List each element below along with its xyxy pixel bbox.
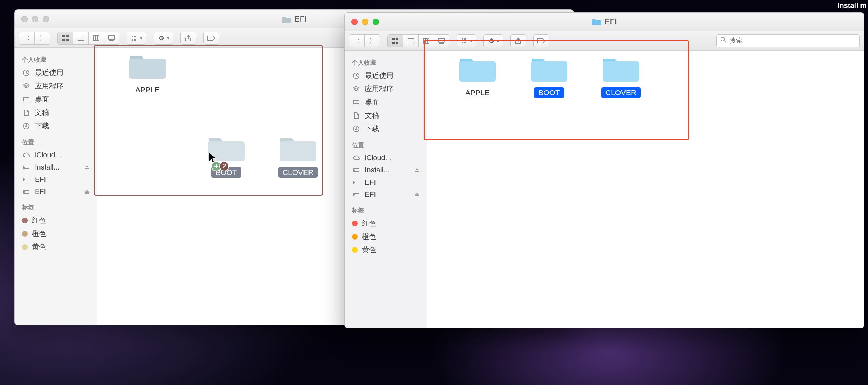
sidebar-item-label: 最近使用 [365,71,393,80]
minimize-button[interactable] [362,19,368,25]
group-by-button[interactable]: ▾ [457,34,476,47]
close-button[interactable] [351,19,358,25]
sidebar-item[interactable]: 下载 [15,119,97,133]
folder-apple[interactable]: APPLE [449,54,506,98]
svg-rect-20 [23,97,29,101]
download-icon [22,122,30,130]
sidebar-item-label: 下载 [35,121,49,131]
forward-button[interactable]: 〉 [35,32,50,45]
sidebar-item[interactable]: EFI [345,176,427,188]
drive-icon [352,166,360,174]
tag-color-dot [22,231,28,237]
icon-view-button[interactable] [57,32,73,45]
folder-boot-drag[interactable]: BOOT [198,134,255,178]
eject-icon[interactable]: ⏏ [84,164,90,171]
chevron-down-icon: ▾ [140,35,142,41]
svg-rect-48 [462,42,463,43]
sidebar-item[interactable]: EFI⏏ [15,185,97,198]
sidebar-item[interactable]: 文稿 [15,106,97,119]
sidebar-item[interactable]: 文稿 [345,109,427,122]
tags-button[interactable] [203,32,219,45]
back-button[interactable]: 〈 [19,32,35,45]
folder-clover-drag[interactable]: CLOVER [269,134,327,178]
sidebar-item[interactable]: EFI [15,173,97,185]
sidebar-item[interactable]: 红色 [345,217,427,230]
chevron-right-icon: 〉 [38,34,46,42]
folder-apple[interactable]: APPLE [119,51,176,95]
share-button[interactable] [510,34,526,47]
titlebar[interactable]: EFI [345,13,864,31]
search-input[interactable] [730,37,856,45]
gallery-view-button[interactable] [104,32,119,45]
doc-icon [22,108,30,117]
sidebar-item[interactable]: 下载 [345,122,427,135]
sidebar-item[interactable]: 黄色 [15,240,97,254]
sidebar-item-label: 桌面 [365,97,379,107]
folder-label: APPLE [461,87,494,98]
download-icon [352,125,360,133]
svg-line-52 [724,41,726,42]
sidebar-item[interactable]: 桌面 [15,93,97,106]
zoom-button[interactable] [373,19,379,25]
sidebar-item[interactable]: 应用程序 [15,79,97,93]
finder-window-active[interactable]: EFI 〈 〉 ▾ ⚙︎▾ 个人收藏 最近使用应用程序桌面文稿下载 [344,12,864,328]
icon-view-button[interactable] [387,34,403,47]
sidebar-item[interactable]: 黄色 [345,243,427,256]
drive-icon [22,163,30,171]
svg-point-28 [24,191,25,192]
search-icon [720,37,727,45]
tag-icon [537,37,545,45]
sidebar-item[interactable]: 应用程序 [345,82,427,96]
back-button[interactable]: 〈 [349,34,365,47]
sidebar-item[interactable]: Install...⏏ [345,164,427,176]
column-view-button[interactable] [419,34,434,47]
svg-rect-49 [464,42,466,43]
tags-button[interactable] [533,34,549,47]
close-button[interactable] [21,16,28,22]
zoom-button[interactable] [43,16,49,22]
column-view-button[interactable] [89,32,104,45]
file-browser-content[interactable]: APPLE BOOT CLOVER [427,51,864,328]
folder-icon [282,15,291,23]
sidebar-item[interactable]: 红色 [15,214,97,227]
svg-rect-10 [109,36,114,39]
forward-button[interactable]: 〉 [365,34,380,47]
eject-icon[interactable]: ⏏ [414,167,420,173]
sidebar-item[interactable]: Install...⏏ [15,161,97,173]
sidebar-item[interactable]: 最近使用 [15,66,97,79]
sidebar-item[interactable]: 最近使用 [345,69,427,82]
sidebar-item[interactable]: 橙色 [345,230,427,243]
group-by-button[interactable]: ▾ [127,32,146,45]
list-view-button[interactable] [73,32,89,45]
sidebar-item[interactable]: 橙色 [15,227,97,240]
desktop-icon [22,95,30,104]
svg-rect-31 [280,141,316,161]
sidebar-header-tags: 标签 [345,206,427,217]
tag-color-dot [352,234,358,240]
action-button[interactable]: ⚙︎▾ [483,34,503,47]
sidebar-item[interactable]: EFI⏏ [345,188,427,200]
share-button[interactable] [180,32,196,45]
drive-icon [352,190,360,199]
svg-point-62 [354,194,355,195]
search-field[interactable] [716,34,860,47]
list-view-button[interactable] [403,34,419,47]
sidebar-item[interactable]: 桌面 [345,96,427,109]
eject-icon[interactable]: ⏏ [84,188,90,195]
sidebar-item-label: 橙色 [32,229,46,238]
gallery-view-button[interactable] [434,34,449,47]
folder-boot[interactable]: BOOT [520,54,578,98]
action-button[interactable]: ⚙︎▾ [154,32,173,45]
folder-clover[interactable]: CLOVER [592,54,650,98]
svg-rect-54 [353,100,359,104]
minimize-button[interactable] [32,16,38,22]
svg-rect-12 [111,40,112,41]
eject-icon[interactable]: ⏏ [414,191,420,198]
svg-point-24 [24,167,25,168]
sidebar-item[interactable]: iCloud... [345,152,427,164]
group-icon [131,34,138,42]
columns-icon [422,37,430,45]
gear-icon: ⚙︎ [487,37,495,45]
svg-rect-0 [62,35,65,37]
sidebar-item[interactable]: iCloud... [15,149,97,161]
